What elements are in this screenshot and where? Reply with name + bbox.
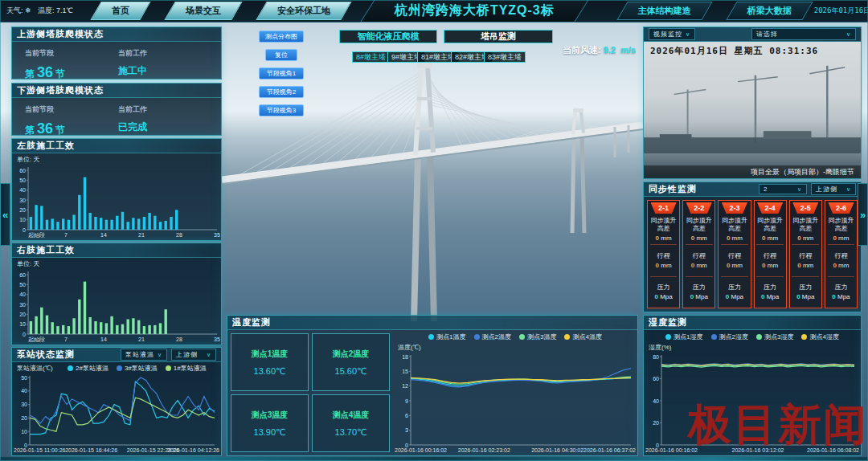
video-select-dropdown[interactable]: 请选择 [751, 28, 856, 40]
segment-kv: 当前节段 第36节 [25, 104, 115, 137]
video-caption: 项目全景（局项目部）-鹰眼细节 [644, 165, 861, 178]
svg-text:12: 12 [402, 383, 408, 389]
svg-text:30: 30 [19, 302, 26, 308]
left-limb-efficiency-panel: 左肢施工工效 单位: 天 0102030405060起始段714212835 [11, 138, 222, 241]
svg-text:2026-01-16 06:08:02: 2026-01-16 06:08:02 [807, 447, 859, 453]
pump-station-panel: 泵站状态监测 泵站液温 上游侧 泵站液温(℃) 2#泵站液温 3#泵站液温 1#… [11, 347, 222, 456]
nav-right: 主体结构建造 桥梁大数据 2026年01月16日 星期五 08:37:25 [622, 2, 868, 20]
nav-item-structure-build[interactable]: 主体结构建造 [622, 2, 707, 20]
weather-label: 天气: ❄ [6, 6, 31, 14]
panel-header: 视频监控 请选择 [644, 27, 861, 42]
view-button-segment-2[interactable]: 节段视角2 [259, 86, 304, 98]
view-button-segment-3[interactable]: 节段视角3 [259, 104, 304, 116]
svg-text:28: 28 [176, 337, 182, 342]
segment-value: 第36节 [25, 64, 115, 81]
sync-card-2-5[interactable]: 2-5 同步顶升高差0 mm 行程0 mm 压力0 Mpa [789, 200, 822, 308]
nav-item-safety-site[interactable]: 安全环保工地 [261, 2, 346, 20]
video-source-dropdown[interactable]: 视频监控 [649, 28, 695, 40]
legend-dot-icon [756, 334, 762, 340]
legend-dot-icon [117, 365, 122, 371]
svg-text:18: 18 [402, 354, 408, 360]
svg-text:40: 40 [653, 398, 659, 404]
view-button-reset[interactable]: 复位 [265, 49, 297, 61]
nav-item-scene-interaction[interactable]: 场景交互 [170, 2, 237, 20]
collapse-right-icon[interactable] [858, 183, 868, 246]
panel-title: 左肢施工工效 [17, 140, 75, 152]
sync-side-dropdown[interactable]: 上游侧 [811, 183, 856, 195]
upstream-climb-status-panel: 上游侧塔肢爬模状态 当前节段 第36节 当前工作 施工中 [11, 27, 222, 80]
svg-text:14: 14 [100, 337, 107, 342]
panel-title: 温度监测 [232, 316, 271, 328]
panel-header: 泵站状态监测 泵站液温 上游侧 [12, 348, 221, 362]
panel-header: 下游侧塔肢爬模状态 [12, 84, 221, 98]
humidity-line-chart: 0204060802026-01-16 00:16:022026-01-16 0… [644, 352, 861, 455]
legend-dot-icon [665, 334, 671, 340]
chevron-down-icon [686, 31, 690, 38]
sync-card-id: 2-5 [792, 202, 818, 214]
temperature-card-4: 测点4温度13.70℃ [312, 394, 390, 452]
tab-tower-crane[interactable]: 塔吊监测 [444, 30, 553, 43]
svg-text:21: 21 [138, 337, 145, 342]
svg-text:20: 20 [19, 312, 26, 317]
panel-title: 右肢施工工效 [17, 244, 75, 256]
downstream-climb-status-panel: 下游侧塔肢爬模状态 当前节段 第36节 当前工作 已完成 [11, 83, 222, 136]
svg-text:60: 60 [19, 272, 26, 278]
sync-card-2-4[interactable]: 2-4 同步顶升高差0 mm 行程0 mm 压力0 Mpa [754, 200, 787, 308]
svg-text:2026-01-16 04:12:26: 2026-01-16 04:12:26 [167, 447, 219, 453]
wind-speed-value: 9.2 [604, 45, 616, 55]
sync-card-2-6[interactable]: 2-6 同步顶升高差0 mm 行程0 mm 压力0 Mpa [825, 200, 858, 308]
svg-text:14: 14 [100, 232, 107, 238]
svg-text:40: 40 [21, 388, 27, 394]
chevron-down-icon [797, 186, 802, 193]
work-value: 已完成 [118, 120, 208, 134]
nav-item-bridge-bigdata[interactable]: 桥梁大数据 [731, 2, 808, 20]
svg-text:20: 20 [19, 207, 26, 213]
svg-text:28: 28 [176, 232, 182, 238]
panel-title: 下游侧塔肢爬模状态 [17, 84, 104, 96]
work-kv: 当前工作 已完成 [118, 104, 208, 137]
svg-text:6: 6 [405, 413, 408, 418]
sync-card-id: 2-3 [722, 202, 747, 214]
legend-dot-icon [711, 334, 717, 340]
tab-hydraulic-climbing[interactable]: 智能化液压爬模 [339, 30, 437, 43]
temperature-card-2: 测点2温度15.60℃ [312, 333, 390, 391]
sync-card-id: 2-1 [651, 202, 677, 214]
panel-title: 湿度监测 [649, 316, 687, 328]
humidity-panel: 湿度监测 测点1湿度 测点2湿度 测点3湿度 测点4湿度 湿度(%) 02040… [643, 315, 862, 456]
tower-label-8[interactable]: 8#墩主塔 [352, 51, 390, 63]
unit-label: 单位: 天 [12, 153, 221, 164]
nav-item-home[interactable]: 首页 [96, 2, 145, 20]
panel-header: 上游侧塔肢爬模状态 [12, 27, 221, 42]
svg-text:10: 10 [19, 217, 26, 222]
sync-card-2-1[interactable]: 2-1 同步顶升高差0 mm 行程0 mm 压力0 Mpa [647, 200, 680, 308]
legend-dot-icon [474, 334, 480, 340]
view-button-measure-points[interactable]: 测点分布图 [259, 31, 304, 43]
weather-status: 天气: ❄ 温度: 7.1℃ [6, 6, 73, 16]
synchronization-panel: 同步性监测 2 上游侧 2-1 同步顶升高差0 mm 行程0 mm 压力0 Mp… [643, 182, 862, 312]
tower-label-83[interactable]: 83#墩主塔 [484, 51, 526, 63]
sync-group-dropdown[interactable]: 2 [759, 184, 807, 194]
video-feed[interactable]: 2026年01月16日 星期五 08:31:36 项目全景（局项目部）-鹰眼细节 [644, 42, 861, 178]
svg-text:15: 15 [402, 369, 408, 374]
svg-text:9: 9 [405, 398, 408, 404]
svg-text:0: 0 [23, 332, 26, 337]
svg-text:7: 7 [64, 337, 68, 342]
legend-dot-icon [166, 365, 171, 371]
wind-speed-unit: m/s [620, 45, 636, 55]
pump-side-dropdown[interactable]: 上游侧 [171, 349, 216, 361]
wind-speed: 当前风速:9.2m/s [563, 44, 638, 56]
svg-text:35: 35 [214, 232, 220, 238]
svg-text:2026-01-16 00:16:02: 2026-01-16 00:16:02 [395, 447, 447, 453]
sync-card-2-2[interactable]: 2-2 同步顶升高差0 mm 行程0 mm 压力0 Mpa [682, 200, 715, 308]
pump-metric-dropdown[interactable]: 泵站液温 [121, 349, 167, 361]
panel-title: 泵站状态监测 [17, 349, 75, 361]
unit-label: 单位: 天 [12, 258, 221, 268]
svg-text:起始段: 起始段 [28, 232, 45, 239]
chevron-down-icon [846, 31, 851, 38]
sync-card-2-3[interactable]: 2-3 同步顶升高差0 mm 行程0 mm 压力0 Mpa [718, 200, 751, 308]
video-timestamp: 2026年01月16日 星期五 08:31:36 [650, 45, 818, 57]
collapse-left-icon[interactable] [0, 183, 10, 246]
svg-text:40: 40 [19, 292, 26, 297]
chevron-down-icon [158, 352, 162, 358]
view-button-segment-1[interactable]: 节段视角1 [259, 67, 304, 80]
